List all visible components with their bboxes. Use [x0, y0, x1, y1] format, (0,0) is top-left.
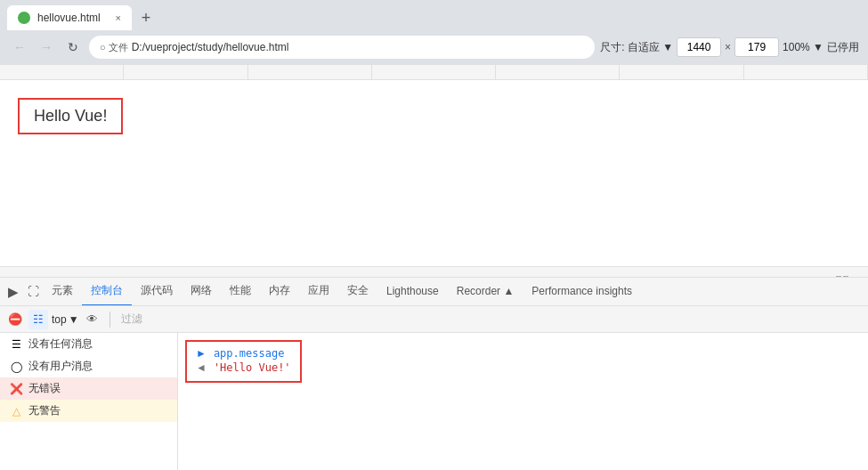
list-icon: ☰: [9, 337, 23, 352]
console-sidebar: ☰ 没有任何消息 ◯ 没有用户消息 ❌ 无错误 △ 无警告: [0, 333, 178, 470]
console-item-user[interactable]: ◯ 没有用户消息: [0, 355, 177, 377]
ruler-segment: [0, 65, 124, 79]
address-input[interactable]: ○ 文件 D:/vueproject/study/hellovue.html: [89, 36, 595, 59]
ruler-segment: [124, 65, 247, 79]
console-output-code: 'Hello Vue!': [214, 361, 291, 374]
console-entry-input: ► app.message: [196, 347, 291, 360]
refresh-button[interactable]: ↻: [62, 36, 84, 58]
tab-network[interactable]: 网络: [182, 278, 221, 306]
toolbar-divider: [110, 312, 110, 328]
tab-close-button[interactable]: ×: [116, 12, 121, 23]
devtools-toolbar: ⛔ ☷ top ▼ 👁 过滤: [0, 306, 868, 333]
console-output-box: ► app.message ◄ 'Hello Vue!': [185, 340, 302, 383]
ruler-segment: [372, 65, 496, 79]
no-warning-text: 无警告: [28, 403, 61, 418]
ruler-segment: [620, 65, 743, 79]
tab-recorder[interactable]: Recorder ▲: [448, 278, 523, 306]
hello-text: Hello Vue!: [34, 107, 107, 125]
address-bar: ← → ↻ ○ 文件 D:/vueproject/study/hellovue.…: [0, 30, 868, 64]
tab-performance-insights[interactable]: Performance insights: [523, 278, 641, 306]
console-item-error[interactable]: ❌ 无错误: [0, 377, 177, 400]
device-icon[interactable]: ⛶: [23, 282, 43, 302]
resize-handle[interactable]: ⎯⎯: [0, 267, 868, 278]
eye-button[interactable]: 👁: [83, 310, 102, 329]
devtools-panel: ▶ ⛶ 元素 控制台 源代码 网络 性能 内存 应用 安全 Lighthouse: [0, 278, 868, 470]
devtools-content: ☰ 没有任何消息 ◯ 没有用户消息 ❌ 无错误 △ 无警告 ► app.mess…: [0, 333, 868, 470]
devtools-tabs: ▶ ⛶ 元素 控制台 源代码 网络 性能 内存 应用 安全 Lighthouse: [0, 278, 868, 306]
new-tab-button[interactable]: +: [134, 5, 158, 30]
top-dropdown-icon: ▼: [69, 313, 79, 326]
console-main: ► app.message ◄ 'Hello Vue!': [178, 333, 868, 470]
top-label: top: [52, 313, 67, 326]
tab-elements[interactable]: 元素: [43, 278, 82, 306]
tab-bar: hellovue.html × +: [0, 0, 868, 30]
stopped-label: 已停用: [827, 40, 859, 55]
clear-console-button[interactable]: ⛔: [5, 310, 25, 329]
tab-memory[interactable]: 内存: [260, 278, 299, 306]
ruler-segment: [744, 65, 868, 79]
forward-button[interactable]: →: [36, 36, 57, 58]
input-arrow: ►: [196, 347, 207, 360]
hello-box: Hello Vue!: [18, 98, 123, 134]
resize-dots: ⎯⎯: [836, 267, 850, 277]
warning-icon: △: [9, 404, 23, 418]
filter-button[interactable]: ☷: [28, 310, 48, 329]
tab-title: hellovue.html: [37, 12, 101, 24]
size-label: 尺寸: 自适应 ▼: [600, 40, 673, 55]
back-button[interactable]: ←: [9, 36, 30, 58]
console-entry-output: ◄ 'Hello Vue!': [196, 361, 291, 374]
console-item-messages[interactable]: ☰ 没有任何消息: [0, 333, 177, 355]
user-icon: ◯: [9, 360, 23, 374]
tab-security[interactable]: 安全: [338, 278, 377, 306]
ruler-segment: [496, 65, 620, 79]
ruler-segment: [248, 65, 372, 79]
no-error-text: 无错误: [28, 381, 61, 396]
tab-application[interactable]: 应用: [299, 278, 338, 306]
tab-favicon: [18, 12, 30, 24]
zoom-control[interactable]: 100% ▼: [783, 41, 823, 53]
tab-performance[interactable]: 性能: [221, 278, 260, 306]
inspect-icon[interactable]: ▶: [4, 282, 23, 302]
filter-placeholder: 过滤: [121, 312, 142, 327]
address-lock: ○ 文件: [100, 41, 128, 54]
address-text: D:/vueproject/study/hellovue.html: [132, 41, 289, 53]
page-content: Hello Vue!: [0, 80, 868, 267]
tab-lighthouse[interactable]: Lighthouse: [377, 278, 448, 306]
console-item-warning[interactable]: △ 无警告: [0, 400, 177, 422]
error-icon: ❌: [9, 382, 23, 396]
width-input[interactable]: [677, 37, 721, 57]
ruler-bar: [0, 64, 868, 80]
tab-sources[interactable]: 源代码: [132, 278, 182, 306]
height-input[interactable]: [734, 37, 779, 57]
size-controls: 尺寸: 自适应 ▼ × 100% ▼ 已停用: [600, 37, 859, 57]
size-x: ×: [725, 41, 731, 53]
console-input-code: app.message: [214, 347, 284, 360]
active-tab[interactable]: hellovue.html ×: [7, 5, 132, 30]
output-arrow: ◄: [196, 361, 207, 374]
tab-console[interactable]: 控制台: [82, 278, 132, 306]
top-select[interactable]: top ▼: [52, 313, 79, 326]
no-user-text: 没有用户消息: [28, 359, 93, 374]
no-messages-text: 没有任何消息: [28, 336, 93, 352]
